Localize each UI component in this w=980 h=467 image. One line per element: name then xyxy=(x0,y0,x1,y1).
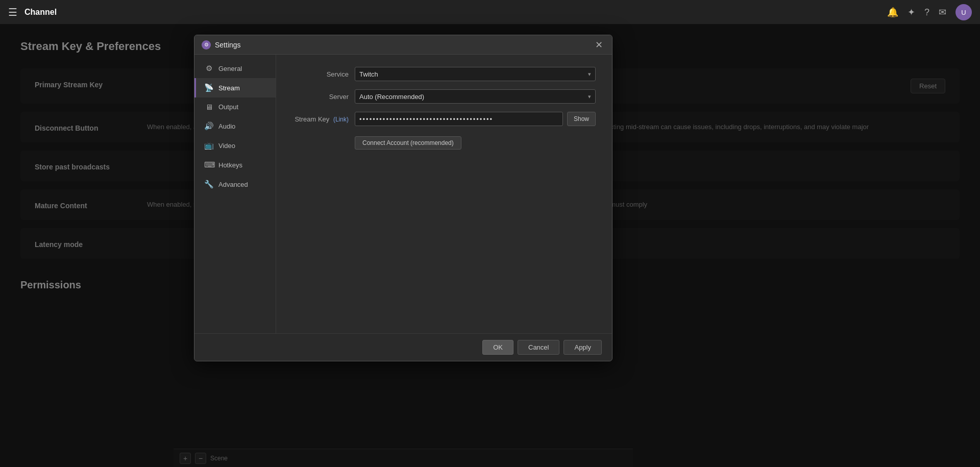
avatar[interactable]: U xyxy=(955,4,972,20)
apply-button[interactable]: Apply xyxy=(564,340,602,355)
help-icon[interactable]: ? xyxy=(924,7,929,18)
nav-label-video: Video xyxy=(218,142,235,150)
topbar: ☰ Channel 🔔 ✦ ? ✉ U xyxy=(0,0,980,24)
server-select-wrapper[interactable]: Auto (Recommended) US East US West EU We… xyxy=(355,89,596,104)
topbar-title: Channel xyxy=(24,8,57,17)
nav-item-output[interactable]: 🖥 Output xyxy=(194,97,276,116)
service-select[interactable]: Twitch YouTube Facebook xyxy=(359,70,591,78)
server-row: Server Auto (Recommended) US East US Wes… xyxy=(292,89,596,104)
nav-label-hotkeys: Hotkeys xyxy=(218,161,242,169)
ok-button[interactable]: OK xyxy=(482,340,513,355)
server-wrapper: Auto (Recommended) US East US West EU We… xyxy=(355,89,596,104)
dialog-title-text: Settings xyxy=(215,41,593,49)
server-select[interactable]: Auto (Recommended) US East US West EU We… xyxy=(359,93,591,101)
stream-icon: 📡 xyxy=(204,83,213,92)
nav-item-general[interactable]: ⚙ General xyxy=(194,59,276,78)
messages-icon[interactable]: ✉ xyxy=(939,7,946,18)
hotkeys-icon: ⌨ xyxy=(204,160,213,169)
dialog-footer: OK Cancel Apply xyxy=(194,333,612,361)
output-icon: 🖥 xyxy=(204,103,213,111)
stream-key-link[interactable]: (Link) xyxy=(333,116,349,123)
magic-icon[interactable]: ✦ xyxy=(908,7,915,18)
stream-key-label: Stream Key (Link) xyxy=(292,115,349,123)
advanced-icon: 🔧 xyxy=(204,180,213,189)
dialog-nav: ⚙ General 📡 Stream 🖥 Output 🔊 Audio 📺 xyxy=(194,55,276,333)
main-content: Stream Key & Preferences Primary Stream … xyxy=(0,24,980,467)
general-icon: ⚙ xyxy=(204,64,213,73)
service-wrapper: Twitch YouTube Facebook xyxy=(355,67,596,81)
nav-label-output: Output xyxy=(218,103,238,111)
dialog-body: ⚙ General 📡 Stream 🖥 Output 🔊 Audio 📺 xyxy=(194,55,612,333)
settings-gear-icon: ⚙ xyxy=(204,42,209,47)
nav-item-hotkeys[interactable]: ⌨ Hotkeys xyxy=(194,155,276,175)
dialog-content: Service Twitch YouTube Facebook Serv xyxy=(276,55,612,333)
stream-key-wrapper: Show xyxy=(355,112,596,126)
dialog-title-icon: ⚙ xyxy=(202,40,211,50)
server-label: Server xyxy=(292,93,349,101)
service-row: Service Twitch YouTube Facebook xyxy=(292,67,596,81)
nav-item-video[interactable]: 📺 Video xyxy=(194,136,276,155)
cancel-button[interactable]: Cancel xyxy=(518,340,559,355)
show-stream-key-button[interactable]: Show xyxy=(567,112,596,126)
menu-icon[interactable]: ☰ xyxy=(8,6,17,18)
nav-label-stream: Stream xyxy=(218,84,240,92)
nav-label-advanced: Advanced xyxy=(218,181,248,188)
dialog-close-button[interactable]: ✕ xyxy=(593,40,605,50)
audio-icon: 🔊 xyxy=(204,121,213,131)
connect-account-row: Connect Account (recommended) xyxy=(292,134,596,150)
connect-account-button[interactable]: Connect Account (recommended) xyxy=(355,136,461,150)
stream-key-input[interactable] xyxy=(355,112,563,126)
notification-icon[interactable]: 🔔 xyxy=(887,7,898,18)
settings-dialog: ⚙ Settings ✕ ⚙ General 📡 Stream 🖥 Output xyxy=(194,35,612,361)
nav-item-audio[interactable]: 🔊 Audio xyxy=(194,116,276,136)
topbar-right: 🔔 ✦ ? ✉ U xyxy=(887,0,972,24)
nav-item-advanced[interactable]: 🔧 Advanced xyxy=(194,175,276,194)
service-select-wrapper[interactable]: Twitch YouTube Facebook xyxy=(355,67,596,81)
nav-item-stream[interactable]: 📡 Stream xyxy=(194,78,276,97)
dialog-titlebar: ⚙ Settings ✕ xyxy=(194,35,612,55)
nav-label-audio: Audio xyxy=(218,122,235,130)
nav-label-general: General xyxy=(218,65,242,72)
stream-key-row: Stream Key (Link) Show xyxy=(292,112,596,126)
service-label: Service xyxy=(292,70,349,78)
video-icon: 📺 xyxy=(204,141,213,150)
